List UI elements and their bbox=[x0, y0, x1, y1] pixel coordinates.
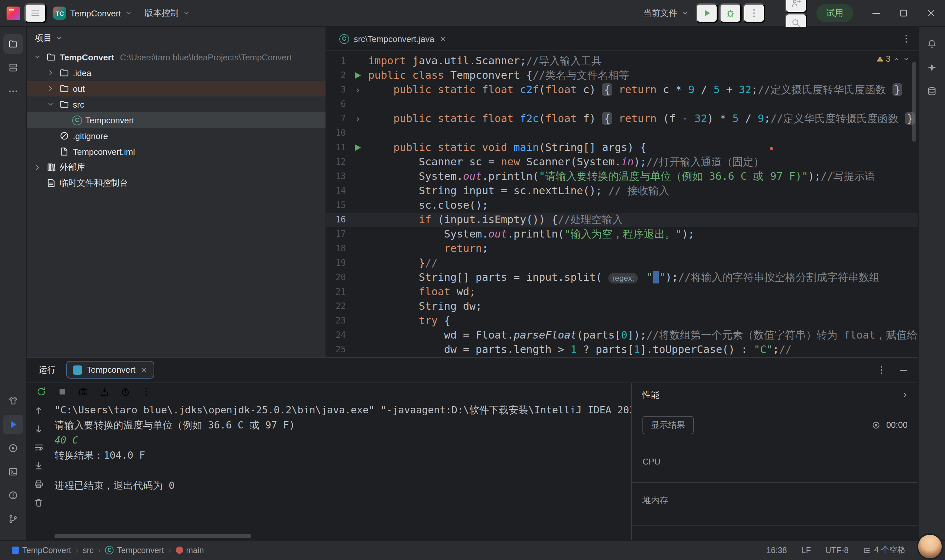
tool-project-tool-button[interactable] bbox=[3, 34, 23, 54]
tool-profiler-button[interactable] bbox=[3, 438, 23, 458]
scroll-end-button[interactable] bbox=[34, 460, 44, 473]
code-line[interactable]: 14 String input = sc.nextLine(); // 接收输入 bbox=[326, 184, 918, 198]
close-icon[interactable] bbox=[439, 35, 447, 43]
window-minimize-button[interactable] bbox=[862, 0, 890, 26]
code-line[interactable]: 22 String dw; bbox=[326, 299, 918, 314]
chevron-right-icon[interactable] bbox=[901, 391, 909, 398]
print-icon bbox=[34, 478, 44, 489]
editor-options-kebab-icon[interactable] bbox=[901, 34, 911, 44]
tool-database-button[interactable] bbox=[922, 82, 942, 101]
code-line[interactable]: 16 if (input.isEmpty()) {//处理空输入 bbox=[326, 212, 918, 227]
stop-button[interactable] bbox=[57, 386, 68, 399]
code-line[interactable]: 7› public static float f2c(float f) { re… bbox=[326, 112, 918, 126]
code-line[interactable]: 25 dw = parts.length > 1 ? parts[1].toUp… bbox=[326, 343, 918, 357]
code-line[interactable]: 17 System.out.println("输入为空，程序退出。"); bbox=[326, 227, 918, 242]
arrow-down-button[interactable] bbox=[34, 423, 44, 436]
rerun-button[interactable] bbox=[36, 386, 46, 399]
tree-item[interactable]: src bbox=[27, 97, 325, 112]
window-close-button[interactable] bbox=[917, 0, 945, 26]
tree-item[interactable]: CTempconvert bbox=[27, 112, 325, 128]
import-dump-button[interactable] bbox=[99, 386, 109, 399]
inspections-widget[interactable]: 3 bbox=[876, 54, 910, 64]
tool-run-tool-button[interactable] bbox=[3, 414, 23, 434]
vcs-menu-button[interactable]: 版本控制 bbox=[140, 3, 196, 23]
line-number: 1 bbox=[326, 54, 347, 68]
code-line[interactable]: 1import java.util.Scanner;//导入输入工具 bbox=[326, 54, 918, 68]
run-button[interactable] bbox=[696, 3, 718, 23]
tool-notifications-button[interactable] bbox=[922, 34, 942, 54]
console-output[interactable]: "C:\Users\taro blue\.jdks\openjdk-25.0.2… bbox=[51, 403, 631, 540]
tree-item[interactable]: 临时文件和控制台 bbox=[27, 175, 325, 191]
run-options-kebab-icon[interactable] bbox=[876, 365, 887, 375]
soft-wrap-button[interactable] bbox=[34, 442, 44, 454]
code-line[interactable]: 24 wd = Float.parseFloat(parts[0]);//将数组… bbox=[326, 328, 918, 343]
tool-more-button[interactable] bbox=[3, 82, 23, 101]
code-line[interactable]: 15 sc.close(); bbox=[326, 198, 918, 212]
chevron-up-icon[interactable] bbox=[893, 55, 900, 63]
run-tab[interactable]: Tempconvert bbox=[66, 361, 155, 378]
hide-panel-icon[interactable] bbox=[899, 365, 909, 375]
arrow-up-button[interactable] bbox=[34, 405, 44, 418]
editor-vscrollbar[interactable] bbox=[912, 62, 916, 142]
code-line[interactable]: 10 bbox=[326, 126, 918, 140]
run-gutter-icon[interactable] bbox=[347, 140, 368, 155]
close-icon[interactable] bbox=[140, 366, 148, 374]
clear-button[interactable] bbox=[34, 497, 44, 509]
breadcrumb-item[interactable]: TempConvert bbox=[12, 546, 71, 555]
code-line[interactable]: 21 float wd; bbox=[326, 285, 918, 299]
code-line[interactable]: 12 Scanner sc = new Scanner(System.in);/… bbox=[326, 155, 918, 169]
run-panel-header: 运行 Tempconvert bbox=[27, 357, 918, 383]
code-line[interactable]: 19 }// bbox=[326, 256, 918, 270]
timer-button[interactable] bbox=[120, 386, 131, 399]
main-menu-button[interactable] bbox=[24, 3, 46, 23]
run-config-selector[interactable]: 当前文件 bbox=[638, 3, 694, 23]
caret-position[interactable]: 16:38 bbox=[766, 546, 787, 555]
tool-problems-button[interactable] bbox=[3, 485, 23, 505]
debug-button[interactable] bbox=[719, 3, 742, 23]
kebab-button[interactable] bbox=[141, 386, 152, 399]
run-gutter-icon[interactable] bbox=[347, 68, 368, 83]
tree-item[interactable]: 外部库 bbox=[27, 160, 325, 175]
tree-item[interactable]: .idea bbox=[27, 65, 325, 81]
code-line[interactable]: 18 return; bbox=[326, 242, 918, 256]
tree-item[interactable]: Tempconvert.iml bbox=[27, 144, 325, 160]
breadcrumb-item[interactable]: main bbox=[175, 546, 204, 555]
editor-tab[interactable]: C src\Tempconvert.java bbox=[334, 27, 452, 51]
code-line[interactable]: 20 String[] parts = input.split( regex: … bbox=[326, 270, 918, 285]
tool-version-control-button[interactable] bbox=[3, 509, 23, 529]
code-line[interactable]: 23 try { bbox=[326, 314, 918, 328]
code-line[interactable]: 13 System.out.println("请输入要转换的温度与单位（例如 3… bbox=[326, 169, 918, 184]
print-button[interactable] bbox=[34, 478, 44, 491]
code-line[interactable]: 3› public static float c2f(float c) { re… bbox=[326, 83, 918, 97]
code-line[interactable]: 2public class Tempconvert {//类名与文件名相等 bbox=[326, 68, 918, 83]
code-line[interactable]: 6 bbox=[326, 97, 918, 112]
indent-setting[interactable]: 4 个空格 bbox=[863, 545, 906, 556]
project-selector[interactable]: TC TempConvert bbox=[48, 3, 138, 23]
line-separator[interactable]: LF bbox=[801, 546, 811, 555]
fold-gutter-icon[interactable]: › bbox=[347, 83, 368, 97]
project-panel-header[interactable]: 项目 bbox=[27, 27, 325, 49]
code-with-me-button[interactable] bbox=[785, 0, 807, 13]
tool-structure-button[interactable] bbox=[3, 58, 23, 77]
file-encoding[interactable]: UTF-8 bbox=[825, 546, 848, 555]
tree-item[interactable]: TempConvertC:\Users\taro blue\IdeaProjec… bbox=[27, 49, 325, 65]
tree-item[interactable]: out bbox=[27, 81, 325, 97]
tree-item[interactable]: .gitignore bbox=[27, 128, 325, 144]
tool-ai-assistant-button[interactable] bbox=[922, 58, 942, 77]
trial-badge[interactable]: 试用 bbox=[816, 4, 853, 22]
code-area[interactable]: 1import java.util.Scanner;//导入输入工具2publi… bbox=[326, 51, 918, 357]
user-avatar[interactable] bbox=[918, 534, 942, 558]
show-results-button[interactable]: 显示结果 bbox=[642, 415, 694, 434]
console-hscrollbar[interactable] bbox=[54, 534, 251, 538]
chevron-down-icon[interactable] bbox=[902, 55, 910, 63]
breadcrumb-item[interactable]: src bbox=[83, 546, 94, 555]
breadcrumb-item[interactable]: CTempconvert bbox=[105, 546, 164, 555]
tool-services-button[interactable] bbox=[3, 391, 23, 411]
window-maximize-button[interactable] bbox=[890, 0, 917, 26]
more-actions-button[interactable] bbox=[743, 3, 765, 23]
fold-gutter-icon[interactable]: › bbox=[347, 112, 368, 126]
performance-header[interactable]: 性能 bbox=[632, 383, 918, 406]
camera-button[interactable] bbox=[78, 386, 89, 399]
code-line[interactable]: 11 public static void main(String[] args… bbox=[326, 140, 918, 155]
tool-terminal-button[interactable] bbox=[3, 462, 23, 481]
